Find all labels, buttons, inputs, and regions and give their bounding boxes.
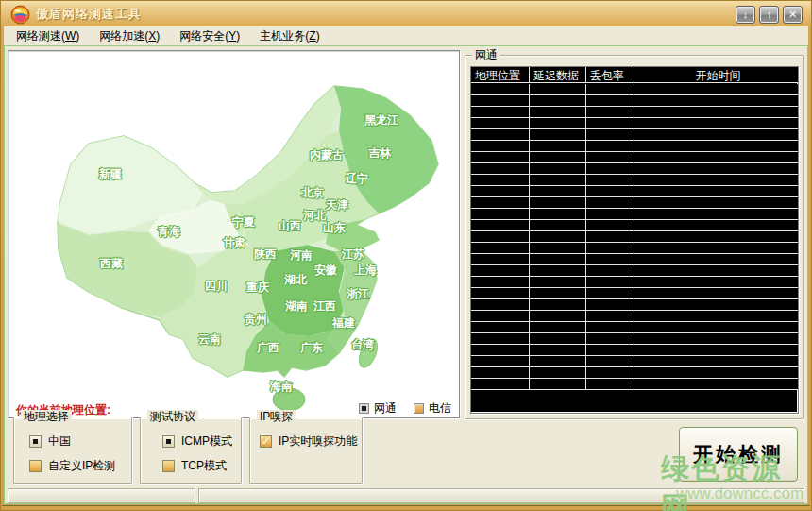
table-cell xyxy=(530,299,586,310)
table-row[interactable] xyxy=(471,322,798,333)
option-ip-sniff[interactable]: IP实时嗅探功能 xyxy=(260,434,357,450)
table-cell xyxy=(471,220,530,230)
table-cell xyxy=(471,277,530,287)
menu-network-security[interactable]: 网络安全(Y) xyxy=(179,28,240,44)
table-cell xyxy=(586,220,634,230)
table-cell xyxy=(586,152,634,162)
table-cell xyxy=(634,254,798,264)
table-row[interactable] xyxy=(471,118,798,129)
table-cell xyxy=(530,356,586,366)
table-cell xyxy=(634,209,798,219)
close-button[interactable]: ✕ xyxy=(783,6,803,24)
table-cell xyxy=(471,379,530,389)
window-title: 傲盾网络测速工具 xyxy=(36,6,142,23)
table-row[interactable] xyxy=(471,243,798,254)
table-row[interactable] xyxy=(471,288,798,299)
table-cell xyxy=(586,141,634,151)
table-row[interactable] xyxy=(471,84,798,95)
status-bar xyxy=(8,488,804,503)
table-row[interactable] xyxy=(471,265,798,277)
table-row[interactable] xyxy=(471,220,798,231)
table-row[interactable] xyxy=(471,107,798,118)
table-cell xyxy=(471,299,530,310)
column-latency: 延迟数据 xyxy=(530,67,586,82)
ip-sniff-groupbox: IP嗅探 IP实时嗅探功能 xyxy=(249,417,363,484)
table-cell xyxy=(586,345,634,355)
icmp-label: ICMP模式 xyxy=(181,434,232,450)
table-row[interactable] xyxy=(471,367,798,379)
table-cell xyxy=(634,379,798,389)
table-row[interactable] xyxy=(471,311,798,322)
table-cell xyxy=(471,231,530,242)
table-row[interactable] xyxy=(471,141,798,152)
china-radio[interactable] xyxy=(29,435,42,448)
table-row[interactable] xyxy=(471,163,798,175)
column-start-time: 开始时间 xyxy=(634,67,798,82)
table-cell xyxy=(586,84,634,94)
table-cell xyxy=(586,186,634,196)
menu-bar: 网络测速(W) 网络加速(X) 网络安全(Y) 主机业务(Z) xyxy=(4,26,808,45)
table-cell xyxy=(634,84,798,94)
table-cell xyxy=(586,243,634,253)
table-row[interactable] xyxy=(471,333,798,345)
table-row[interactable] xyxy=(471,254,798,265)
tcp-radio[interactable] xyxy=(162,460,175,472)
table-cell xyxy=(530,254,586,264)
column-location: 地理位置 xyxy=(471,67,530,82)
table-cell xyxy=(586,299,634,310)
table-row[interactable] xyxy=(471,152,798,163)
table-cell xyxy=(530,333,586,344)
menu-network-acceleration[interactable]: 网络加速(X) xyxy=(99,28,160,44)
legend-unicom-label: 网通 xyxy=(374,400,397,417)
table-cell xyxy=(586,333,634,344)
table-cell xyxy=(530,311,586,321)
app-icon xyxy=(10,5,30,25)
table-row[interactable] xyxy=(471,231,798,243)
table-row[interactable] xyxy=(471,209,798,220)
table-row[interactable] xyxy=(471,197,798,209)
table-cell xyxy=(530,163,586,174)
table-cell xyxy=(634,311,798,321)
minimize-button[interactable]: ↓ xyxy=(736,6,755,24)
table-cell xyxy=(471,175,530,185)
table-cell xyxy=(586,95,634,106)
option-custom-ip[interactable]: 自定义IP检测 xyxy=(29,458,115,474)
table-row[interactable] xyxy=(471,186,798,197)
table-row[interactable] xyxy=(471,299,798,311)
maximize-button[interactable]: ↑ xyxy=(759,6,779,24)
table-cell xyxy=(586,129,634,140)
menu-host-services[interactable]: 主机业务(Z) xyxy=(260,28,319,44)
table-row[interactable] xyxy=(471,129,798,141)
ip-sniff-checkbox[interactable] xyxy=(260,435,272,448)
china-map-panel: 新疆青海西藏宁夏甘肃陕西四川重庆贵州云南广西广东台湾海南福建江西湖南浙江上海安徽… xyxy=(8,50,460,418)
option-icmp[interactable]: ICMP模式 xyxy=(162,434,232,450)
start-detection-button[interactable]: 开始检测 xyxy=(679,427,798,482)
results-table[interactable]: 地理位置 延迟数据 丢包率 开始时间 xyxy=(470,66,799,414)
option-tcp[interactable]: TCP模式 xyxy=(162,458,227,474)
titlebar[interactable]: 傲盾网络测速工具 ↓ ↑ ✕ xyxy=(4,2,808,26)
table-cell xyxy=(530,288,586,298)
icmp-radio[interactable] xyxy=(162,435,175,448)
table-cell xyxy=(530,220,586,230)
table-cell xyxy=(634,231,798,242)
table-row[interactable] xyxy=(471,356,798,367)
table-cell xyxy=(471,84,530,94)
results-table-header: 地理位置 延迟数据 丢包率 开始时间 xyxy=(471,67,798,83)
table-cell xyxy=(586,322,634,332)
table-cell xyxy=(471,367,530,378)
table-row[interactable] xyxy=(471,277,798,288)
menu-network-speedtest[interactable]: 网络测速(W) xyxy=(16,28,79,44)
custom-ip-radio[interactable] xyxy=(29,460,42,472)
table-row[interactable] xyxy=(471,95,798,107)
table-cell xyxy=(471,118,530,128)
china-label: 中国 xyxy=(48,434,71,450)
table-cell xyxy=(634,322,798,332)
table-row[interactable] xyxy=(471,345,798,356)
table-cell xyxy=(586,118,634,128)
option-china[interactable]: 中国 xyxy=(29,434,71,450)
legend-telecom-label: 电信 xyxy=(429,400,451,417)
table-row[interactable] xyxy=(471,379,798,390)
table-cell xyxy=(586,356,634,366)
table-row[interactable] xyxy=(471,175,798,186)
table-cell xyxy=(530,243,586,253)
